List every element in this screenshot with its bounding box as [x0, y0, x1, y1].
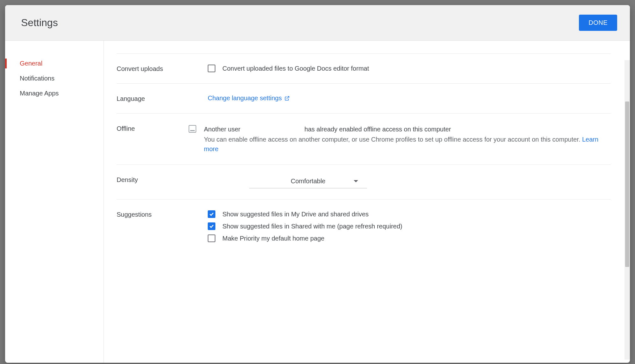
offline-suffix: has already enabled offline access on th…	[305, 126, 451, 133]
section-label: Offline	[117, 124, 189, 154]
modal-body: General Notifications Manage Apps Conver…	[5, 41, 630, 363]
suggestion-checkbox-1[interactable]	[208, 222, 215, 230]
suggestion-row-2: Make Priority my default home page	[208, 234, 611, 242]
suggestion-row-1: Show suggested files in Shared with me (…	[208, 222, 611, 230]
change-language-link[interactable]: Change language settings	[208, 94, 611, 102]
section-body: Another user has already enabled offline…	[189, 124, 611, 154]
suggestion-label-1: Show suggested files in Shared with me (…	[222, 223, 402, 230]
section-label: Language	[117, 94, 208, 102]
check-icon	[209, 223, 214, 229]
settings-modal: Settings DONE General Notifications Mana…	[5, 5, 630, 363]
section-label: Density	[117, 176, 208, 188]
offline-checkbox	[189, 125, 196, 133]
suggestion-label-0: Show suggested files in My Drive and sha…	[222, 211, 369, 218]
sidebar-item-label: Notifications	[20, 75, 54, 82]
section-offline: Offline Another user has already enabled…	[117, 113, 611, 164]
content-scrollbar[interactable]	[624, 60, 630, 360]
suggestion-checkbox-2[interactable]	[208, 234, 215, 242]
sidebar-item-label: General	[20, 60, 42, 67]
scrollbar-thumb[interactable]	[625, 102, 629, 267]
settings-content[interactable]: Convert uploads Convert uploaded files t…	[104, 41, 630, 363]
section-body: Change language settings	[208, 94, 611, 102]
suggestion-label-2: Make Priority my default home page	[222, 235, 324, 242]
convert-uploads-checkbox[interactable]	[208, 65, 215, 72]
convert-uploads-label: Convert uploaded files to Google Docs ed…	[222, 65, 369, 72]
suggestion-row-0: Show suggested files in My Drive and sha…	[208, 210, 611, 218]
section-density: Density Comfortable	[117, 164, 611, 199]
density-select[interactable]: Comfortable	[249, 176, 367, 188]
convert-uploads-row: Convert uploaded files to Google Docs ed…	[208, 65, 611, 72]
check-icon	[209, 211, 214, 217]
done-button[interactable]: DONE	[579, 15, 617, 31]
offline-text: Another user has already enabled offline…	[204, 124, 611, 154]
sidebar-item-manage-apps[interactable]: Manage Apps	[5, 86, 104, 101]
offline-primary-text: Another user has already enabled offline…	[204, 124, 611, 134]
sidebar-item-general[interactable]: General	[5, 56, 104, 71]
section-suggestions: Suggestions Show suggested files in My D…	[117, 199, 611, 253]
caret-down-icon	[354, 180, 358, 182]
section-body: Show suggested files in My Drive and sha…	[208, 210, 611, 242]
modal-title: Settings	[21, 17, 58, 29]
section-label: Convert uploads	[117, 65, 208, 73]
suggestion-checkbox-0[interactable]	[208, 210, 215, 218]
link-text: Change language settings	[208, 94, 282, 102]
section-body: Comfortable	[208, 176, 611, 188]
offline-secondary-msg: You can enable offline access on another…	[204, 136, 580, 143]
section-body: Convert uploaded files to Google Docs ed…	[208, 65, 611, 73]
section-language: Language Change language settings	[117, 83, 611, 113]
sidebar-item-label: Manage Apps	[20, 90, 59, 97]
offline-secondary-text: You can enable offline access on another…	[204, 135, 611, 154]
section-label: Suggestions	[117, 210, 208, 242]
modal-header: Settings DONE	[5, 5, 630, 41]
open-in-new-icon	[284, 95, 290, 101]
sidebar-item-notifications[interactable]: Notifications	[5, 71, 104, 86]
density-value: Comfortable	[291, 178, 326, 185]
section-convert-uploads: Convert uploads Convert uploaded files t…	[117, 53, 611, 83]
settings-sidebar: General Notifications Manage Apps	[5, 41, 104, 363]
svg-line-0	[287, 96, 289, 99]
offline-user-prefix: Another user	[204, 124, 303, 134]
